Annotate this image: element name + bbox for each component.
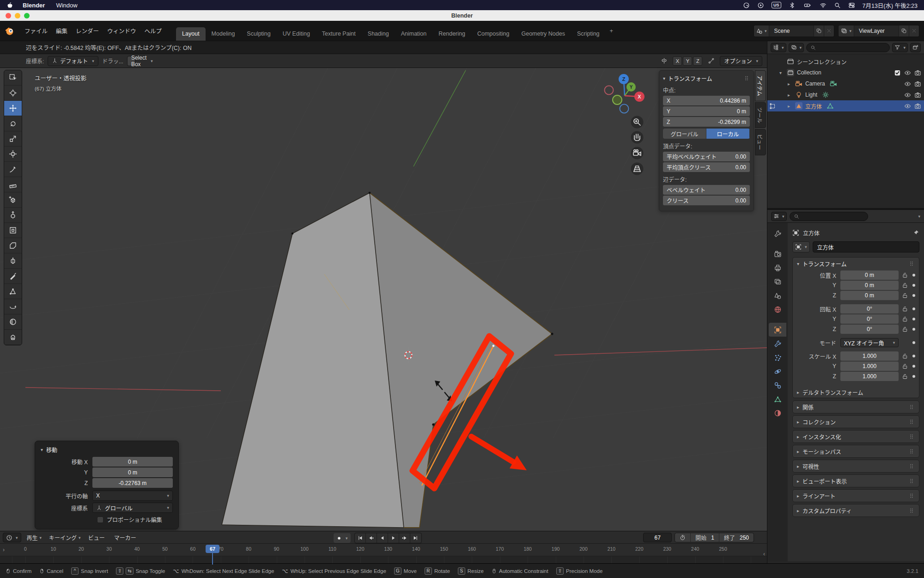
workspace-tab[interactable]: Rendering <box>432 27 471 41</box>
properties-tab[interactable] <box>769 378 786 392</box>
remove-viewlayer-button[interactable] <box>909 25 919 37</box>
properties-tab[interactable] <box>769 275 786 289</box>
add-workspace-button[interactable]: + <box>606 24 618 38</box>
viewlayer-name[interactable]: ViewLayer <box>854 28 899 34</box>
lock-icon[interactable] <box>902 316 908 322</box>
unlink-scene-button[interactable] <box>824 25 834 37</box>
object-id-dropdown[interactable]: ▾ <box>792 241 810 252</box>
properties-options-chevron[interactable]: ▾ <box>918 214 920 219</box>
transform-value-field[interactable]: 0°▾ <box>840 304 899 314</box>
timeline-menu-item[interactable]: 再生▾ <box>23 532 46 543</box>
lock-icon[interactable] <box>902 282 908 289</box>
outliner-row[interactable]: ▸ 立方体 <box>767 100 924 111</box>
editor-type-dropdown[interactable]: ▾ <box>3 533 21 542</box>
topbar-menu-item[interactable]: 編集 <box>52 25 72 37</box>
median-value-field[interactable]: Y0 m <box>663 106 750 116</box>
tool-button[interactable] <box>4 314 22 330</box>
tool-button[interactable] <box>4 70 22 86</box>
macos-window-menu[interactable]: Window <box>56 2 77 9</box>
disclosure-triangle[interactable]: ▾ <box>779 70 787 75</box>
properties-tab[interactable] <box>769 247 786 261</box>
jump-to-end-button[interactable] <box>410 533 421 543</box>
lock-icon[interactable] <box>902 292 908 299</box>
jump-to-start-button[interactable] <box>355 533 366 543</box>
move-field-value[interactable]: 0 m <box>92 467 173 477</box>
properties-tab[interactable] <box>769 337 786 350</box>
outliner-search-input[interactable] <box>806 43 890 52</box>
properties-tab[interactable] <box>769 350 786 364</box>
space-toggle-button[interactable]: ローカル <box>706 129 750 139</box>
outliner-row[interactable]: ▸ Camera <box>767 78 924 89</box>
disable-in-render-toggle[interactable] <box>914 92 921 98</box>
copy-scene-button[interactable] <box>814 25 824 37</box>
collapsed-section[interactable]: ▸ラインアート <box>792 489 919 502</box>
transform-value-field[interactable]: XYZ オイラー角▾ <box>840 338 899 347</box>
collapsed-section[interactable]: ▸コレクション <box>792 415 919 428</box>
tool-button[interactable] <box>4 116 22 131</box>
control-center-icon[interactable] <box>848 2 855 9</box>
properties-tab[interactable] <box>769 392 786 406</box>
tool-button[interactable] <box>4 284 22 299</box>
play-button[interactable] <box>388 533 399 543</box>
minimize-window-button[interactable] <box>15 13 20 18</box>
apple-icon[interactable] <box>6 2 13 9</box>
properties-tab[interactable] <box>769 302 786 316</box>
camera-view-button[interactable] <box>631 147 644 160</box>
outliner-row[interactable]: ▾ Collection <box>767 67 924 78</box>
transform-value-field[interactable]: 1.000▾ <box>840 372 899 381</box>
properties-tab[interactable] <box>769 261 786 275</box>
transform-value-field[interactable]: 0°▾ <box>840 325 899 334</box>
lock-icon[interactable] <box>902 306 908 312</box>
disclosure-triangle[interactable]: ▸ <box>788 81 795 86</box>
tool-button[interactable] <box>4 238 22 253</box>
outliner-item-label[interactable]: Light <box>805 92 817 98</box>
timeline-menu-item[interactable]: マーカー <box>110 532 142 543</box>
auto-keying-toggle[interactable]: ▾ <box>334 533 351 543</box>
disable-in-render-toggle[interactable] <box>914 103 921 110</box>
lock-icon[interactable] <box>902 373 908 380</box>
median-value-field[interactable]: X0.44286 m <box>663 96 750 105</box>
hide-in-viewport-toggle[interactable] <box>904 92 911 98</box>
properties-editor-type-dropdown[interactable]: ▾ <box>771 212 787 221</box>
timeline-menu-item[interactable]: キーイング▾ <box>45 532 85 543</box>
animate-dot[interactable] <box>912 318 915 320</box>
workspace-tab[interactable]: Compositing <box>471 27 515 41</box>
outliner-filter-mode-dropdown[interactable]: ▾ <box>789 43 804 52</box>
battery-icon[interactable] <box>803 2 812 9</box>
workspace-tab[interactable]: Sculpting <box>241 27 276 41</box>
animate-dot[interactable] <box>912 307 915 310</box>
gizmo-neg-x[interactable] <box>605 86 614 95</box>
drag-dots-icon[interactable] <box>908 260 915 267</box>
animate-dot[interactable] <box>912 294 915 297</box>
mirror-axis-toggle[interactable]: Z <box>693 56 702 66</box>
timeline-tracks[interactable]: ‹ <box>0 556 767 564</box>
move-field-value[interactable]: -0.22763 m <box>92 478 173 488</box>
transform-panel-header[interactable]: ▾トランスフォーム <box>793 258 919 270</box>
frame-end-field[interactable]: 終了250 <box>719 533 754 542</box>
lock-icon[interactable] <box>902 363 908 369</box>
workspace-tab[interactable]: Layout <box>176 27 206 41</box>
lock-icon[interactable] <box>902 353 908 359</box>
n-panel-header[interactable]: ▾ トランスフォーム <box>663 74 750 83</box>
lock-icon[interactable] <box>902 326 908 332</box>
object-name-field[interactable]: 立方体 <box>813 241 919 252</box>
playhead[interactable]: 67 <box>206 545 219 564</box>
hide-in-viewport-toggle[interactable] <box>904 103 911 110</box>
use-preview-range-button[interactable] <box>675 533 691 542</box>
topbar-menu-item[interactable]: ウィンドウ <box>103 25 140 37</box>
space-toggle-button[interactable]: グローバル <box>663 129 706 139</box>
tool-button[interactable] <box>4 192 22 208</box>
collapsed-section[interactable]: ▸可視性 <box>792 460 919 473</box>
workspace-tab[interactable]: Shading <box>362 27 395 41</box>
collapsed-section[interactable]: ▸モーションパス <box>792 445 919 458</box>
proportional-falloff-icon[interactable] <box>706 56 716 66</box>
outliner-display-mode-dropdown[interactable]: ▾ <box>771 43 786 52</box>
current-frame-field[interactable]: 67 <box>643 533 672 542</box>
collapsed-section[interactable]: ▸カスタムプロパティ <box>792 504 919 517</box>
transform-value-field[interactable]: 1.000▾ <box>840 351 899 361</box>
timeline-collapse-arrow[interactable]: ‹ <box>763 551 765 557</box>
timeline-ruler[interactable]: 0102030405060708090100110120130140150160… <box>0 544 767 556</box>
workspace-tab[interactable]: Texture Paint <box>316 27 362 41</box>
collection-checkbox[interactable] <box>894 69 901 76</box>
hide-in-viewport-toggle[interactable] <box>904 80 911 87</box>
